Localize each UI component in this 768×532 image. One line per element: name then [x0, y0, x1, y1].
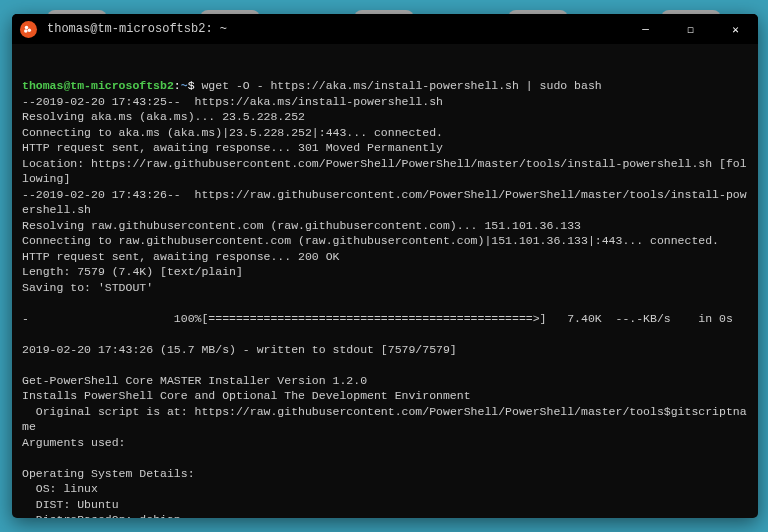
- ubuntu-icon: [20, 21, 37, 38]
- window-title: thomas@tm-microsoftsb2: ~: [47, 22, 623, 36]
- command-text: wget -O - https://aka.ms/install-powersh…: [201, 79, 601, 92]
- window-controls: — ☐ ✕: [623, 14, 758, 44]
- output-line: Get-PowerShell Core MASTER Installer Ver…: [22, 373, 748, 389]
- output-line: Arguments used:: [22, 435, 748, 451]
- terminal-content[interactable]: thomas@tm-microsoftsb2:~$ wget -O - http…: [12, 44, 758, 518]
- maximize-button[interactable]: ☐: [668, 14, 713, 44]
- output-line: Resolving aka.ms (aka.ms)... 23.5.228.25…: [22, 109, 748, 125]
- prompt-path: ~: [181, 79, 188, 92]
- output-line: Connecting to aka.ms (aka.ms)|23.5.228.2…: [22, 125, 748, 141]
- prompt-user: thomas@tm-microsoftsb2: [22, 79, 174, 92]
- output-line: 2019-02-20 17:43:26 (15.7 MB/s) - writte…: [22, 342, 748, 358]
- output-line: Operating System Details:: [22, 466, 748, 482]
- prompt-line: thomas@tm-microsoftsb2:~$ wget -O - http…: [22, 78, 748, 94]
- output-line: [22, 357, 748, 373]
- prompt-dollar: $: [188, 79, 202, 92]
- output-line: Resolving raw.githubusercontent.com (raw…: [22, 218, 748, 234]
- output-line: --2019-02-20 17:43:26-- https://raw.gith…: [22, 187, 748, 218]
- output-line: [22, 295, 748, 311]
- output-line: Connecting to raw.githubusercontent.com …: [22, 233, 748, 249]
- terminal-window: thomas@tm-microsoftsb2: ~ — ☐ ✕ thomas@t…: [12, 14, 758, 518]
- output-line: - 100%[=================================…: [22, 311, 748, 327]
- output-line: Location: https://raw.githubusercontent.…: [22, 156, 748, 187]
- prompt-colon: :: [174, 79, 181, 92]
- output-line: --2019-02-20 17:43:25-- https://aka.ms/i…: [22, 94, 748, 110]
- close-button[interactable]: ✕: [713, 14, 758, 44]
- output-line: HTTP request sent, awaiting response... …: [22, 140, 748, 156]
- output-line: [22, 450, 748, 466]
- output-line: DistroBasedOn: debian: [22, 512, 748, 518]
- titlebar[interactable]: thomas@tm-microsoftsb2: ~ — ☐ ✕: [12, 14, 758, 44]
- minimize-button[interactable]: —: [623, 14, 668, 44]
- output-line: DIST: Ubuntu: [22, 497, 748, 513]
- output-line: HTTP request sent, awaiting response... …: [22, 249, 748, 265]
- output-line: OS: linux: [22, 481, 748, 497]
- output-line: Installs PowerShell Core and Optional Th…: [22, 388, 748, 404]
- output-line: [22, 326, 748, 342]
- output-line: Original script is at: https://raw.githu…: [22, 404, 748, 435]
- output-line: Length: 7579 (7.4K) [text/plain]: [22, 264, 748, 280]
- output-line: Saving to: 'STDOUT': [22, 280, 748, 296]
